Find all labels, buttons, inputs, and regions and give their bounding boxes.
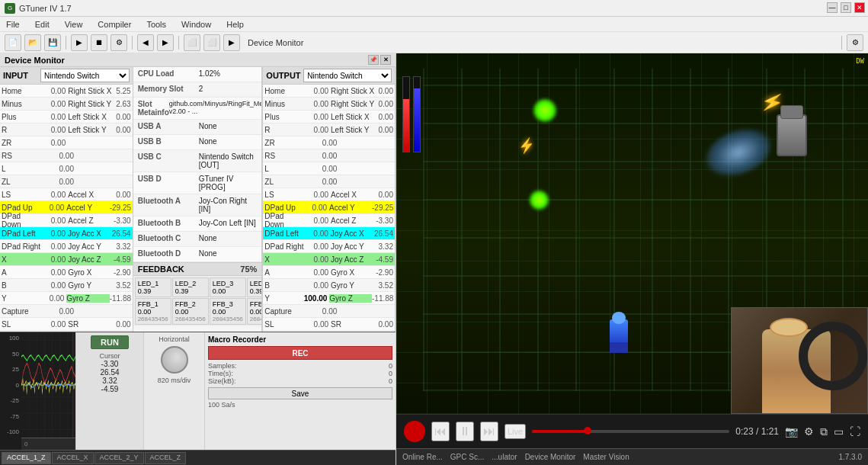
output-row-dpad-left: DPad Left 0.00 Joy Acc X 26.54: [263, 227, 395, 240]
toolbar-btn-open[interactable]: 📂: [24, 34, 41, 51]
video-controls: ⏮ ⏸ ⏭ Live 0:23 / 1:21 📷 ⚙ ⧉ ▭ ⛶: [396, 414, 868, 448]
webcam-inset: [731, 307, 868, 414]
titlebar: G GTuner IV 1.7 — □ ✕: [0, 0, 868, 17]
output-row-rs: RS 0.00: [263, 149, 395, 162]
live-button[interactable]: Live: [504, 424, 526, 439]
input-row-zl: ZL 0.00: [0, 175, 133, 188]
input-row-a: A 0.00 Gyro X -2.90: [0, 266, 133, 279]
input-device-select[interactable]: Nintendo Switch: [40, 69, 130, 82]
dm-lower: 100 50 25 0 -25 -75 -100: [0, 332, 396, 450]
output-row-capture: Capture 0.00: [263, 305, 395, 318]
toolbar-btn-save[interactable]: 💾: [44, 34, 61, 51]
settings-icon[interactable]: ⚙: [804, 425, 814, 438]
ffb2-cell: FFB_2 0.00 268435456: [172, 298, 209, 325]
output-row-zr: ZR 0.00: [263, 136, 395, 149]
toolbar-sep3: [178, 36, 179, 50]
input-label: INPUT: [3, 71, 37, 80]
channel-tab-accelz[interactable]: ACCEL_Z: [145, 452, 187, 464]
rewind-button[interactable]: ⏮: [431, 422, 450, 441]
output-row-home: Home 0.00 Right Stick X 0.00: [263, 85, 395, 98]
output-row-minus: Minus 0.00 Right Stick Y 0.00: [263, 98, 395, 111]
toolbar-btn-fwd[interactable]: ▶: [157, 34, 174, 51]
info-bluetooth-c: Bluetooth C None: [133, 232, 262, 247]
picture-in-picture-icon[interactable]: ⧉: [820, 425, 828, 438]
menu-view[interactable]: View: [62, 20, 86, 29]
info-slot-meta: Slot Metainfo github.com/Minyus/RingFit_…: [133, 98, 262, 120]
x-axis: 0: [21, 438, 75, 450]
output-row-y: Y 100.00 Gyro Z -11.88: [263, 292, 395, 305]
energy-bar-red: [402, 76, 410, 152]
toolbar-btn-extra3[interactable]: ▶: [223, 34, 240, 51]
led4-cell: LED_4 0.39: [247, 277, 263, 297]
output-row-plus: Plus 0.00 Left Stick X 0.00: [263, 111, 395, 123]
video-progress-bar[interactable]: [532, 430, 729, 433]
record-button[interactable]: [404, 421, 425, 442]
ffb3-cell: FFB_3 0.00 268435456: [210, 298, 246, 325]
right-panel: ⚡ ⚡ DW: [396, 53, 868, 465]
input-row-dpad-down: DPad Down 0.00 Accel Z -3.30: [0, 214, 133, 227]
person-head: [770, 318, 808, 337]
toolbar-sep2: [132, 36, 133, 50]
webcam-person: [747, 314, 867, 413]
channel-tab-accel2y[interactable]: ACCEL_2_Y: [94, 452, 144, 464]
input-row-ls: LS 0.00 Accel X 0.00: [0, 188, 133, 201]
maximize-button[interactable]: □: [841, 2, 851, 13]
minimize-button[interactable]: —: [827, 2, 838, 13]
toolbar-btn-new[interactable]: 📄: [5, 34, 21, 51]
channel-tab-accelx[interactable]: ACCEL_X: [52, 452, 94, 464]
output-row-b: B 0.00 Gyro Y 3.52: [263, 279, 395, 292]
info-bluetooth-a: Bluetooth A Joy-Con Right [IN]: [133, 194, 262, 216]
menu-help[interactable]: Help: [223, 20, 247, 29]
menu-edit[interactable]: Edit: [32, 20, 53, 29]
toolbar-btn-extra1[interactable]: ⬜: [184, 34, 200, 51]
close-button[interactable]: ✕: [854, 2, 865, 13]
horizontal-dial[interactable]: [161, 346, 188, 374]
toolbar: 📄 📂 💾 ▶ ⏹ ⚙ ◀ ▶ ⬜ ⬜ ▶ Device Monitor ⚙: [0, 32, 868, 53]
play-pause-button[interactable]: ⏸: [456, 422, 474, 441]
input-rows: Home 0.00 Right Stick X 5.25 Minus 0.00 …: [0, 85, 133, 332]
dm-title: Device Monitor: [5, 56, 65, 65]
input-row-minus: Minus 0.00 Right Stick Y 2.63: [0, 98, 133, 111]
cursor-section: Cursor -3.30 26.54 3.32 -4.59: [79, 352, 140, 393]
video-progress-fill: [532, 430, 588, 433]
menu-window[interactable]: Window: [178, 20, 214, 29]
output-row-dpad-right: DPad Right 0.00 Joy Acc Y 3.32: [263, 240, 395, 253]
game-screen: ⚡ ⚡ DW: [396, 53, 868, 414]
input-panel: INPUT Nintendo Switch Home 0.00 Right St…: [0, 67, 133, 332]
input-row-b: B 0.00 Gyro Y 3.52: [0, 279, 133, 292]
dm-close-btn[interactable]: ✕: [380, 55, 391, 65]
run-button[interactable]: RUN: [91, 335, 129, 349]
save-button[interactable]: Save: [208, 387, 392, 399]
info-cpu-load: CPU Load 1.02%: [133, 67, 262, 82]
macro-section: Macro Recorder REC Samples: 0 Time(s): 0…: [205, 332, 396, 450]
input-header: INPUT Nintendo Switch: [0, 67, 133, 85]
game-score: DW: [856, 57, 864, 65]
menu-file[interactable]: File: [3, 20, 23, 29]
run-ctrl: RUN Cursor -3.30 26.54 3.32 -4.59: [75, 332, 144, 450]
toolbar-btn-settings[interactable]: ⚙: [847, 34, 863, 51]
fullscreen-icon[interactable]: ⛶: [850, 425, 860, 438]
output-device-select[interactable]: Nintendo Switch: [303, 69, 392, 82]
theater-mode-icon[interactable]: ▭: [834, 425, 844, 438]
feedback-header: FEEDBACK 75%: [133, 262, 262, 276]
menu-compiler[interactable]: Compiler: [94, 20, 134, 29]
toolbar-btn-stop[interactable]: ⏹: [91, 34, 107, 51]
lightning-effect-2: ⚡: [517, 136, 536, 155]
toolbar-btn-extra2[interactable]: ⬜: [203, 34, 220, 51]
info-usb-a: USB A None: [133, 120, 262, 135]
fast-forward-button[interactable]: ⏭: [480, 422, 498, 441]
device-monitor-label: Device Monitor: [248, 38, 303, 47]
toolbar-sep1: [66, 36, 66, 50]
menubar: File Edit View Compiler Tools Window Hel…: [0, 17, 868, 32]
toolbar-btn-debug[interactable]: ⚙: [111, 34, 127, 51]
dm-pin-btn[interactable]: 📌: [368, 55, 379, 65]
energy-fill-blue: [414, 88, 420, 152]
channel-tab-accel1z[interactable]: ACCEL_1_Z: [2, 452, 51, 464]
camera-button[interactable]: 📷: [785, 425, 798, 438]
vc-right-buttons: ⚙ ⧉ ▭ ⛶: [804, 425, 860, 438]
app-title: GTuner IV 1.7: [19, 4, 72, 13]
menu-tools[interactable]: Tools: [143, 20, 169, 29]
toolbar-btn-back[interactable]: ◀: [137, 34, 154, 51]
rec-button[interactable]: REC: [208, 346, 392, 360]
toolbar-btn-run[interactable]: ▶: [71, 34, 88, 51]
